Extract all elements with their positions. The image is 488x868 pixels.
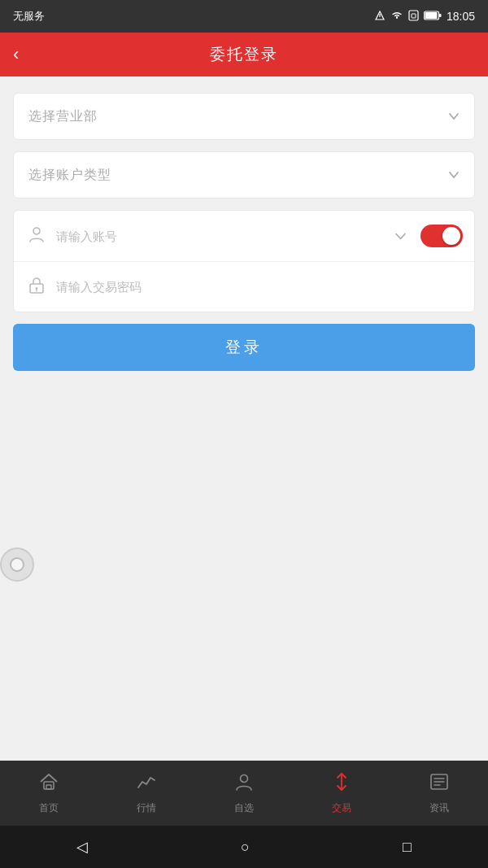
home-icon (38, 771, 59, 797)
sim-icon (408, 10, 419, 24)
wifi-icon (390, 10, 403, 24)
nav-back-button[interactable]: ◁ (60, 831, 104, 862)
page-title: 委托登录 (210, 44, 278, 65)
status-bar: 无服务 18: (0, 0, 488, 33)
trade-icon (331, 771, 352, 797)
toggle-switch[interactable] (420, 225, 463, 247)
login-button[interactable]: 登录 (13, 324, 475, 371)
news-icon (429, 771, 450, 797)
tab-watchlist[interactable]: 自选 (195, 761, 293, 826)
carrier-text: 无服务 (13, 9, 45, 24)
tab-trade[interactable]: 交易 (293, 761, 390, 826)
nav-home-button[interactable]: ○ (224, 832, 266, 862)
header: ‹ 委托登录 (0, 33, 488, 76)
system-nav-bar: ◁ ○ □ (0, 826, 488, 868)
person-icon (233, 771, 255, 797)
password-row (14, 261, 474, 312)
main-content: 选择营业部 选择账户类型 (0, 76, 488, 761)
tab-news[interactable]: 资讯 (390, 761, 488, 826)
svg-point-13 (241, 775, 248, 783)
lock-icon (25, 276, 48, 298)
svg-rect-2 (409, 11, 418, 20)
tab-market[interactable]: 行情 (98, 761, 195, 826)
tab-trade-label: 交易 (332, 801, 351, 815)
account-input[interactable] (56, 229, 384, 243)
select-account-placeholder: 选择账户类型 (28, 167, 111, 184)
svg-rect-6 (439, 14, 442, 17)
back-button[interactable]: ‹ (7, 37, 25, 72)
tab-news-label: 资讯 (429, 801, 449, 815)
chart-icon (136, 771, 157, 797)
chevron-down-icon-2 (448, 168, 460, 181)
content-wrapper: 选择营业部 选择账户类型 (0, 76, 488, 761)
time-text: 18:05 (447, 10, 475, 23)
nav-recent-button[interactable]: □ (386, 832, 428, 862)
account-dropdown-icon[interactable] (395, 229, 406, 242)
svg-rect-5 (425, 12, 437, 19)
select-account-type-dropdown[interactable]: 选择账户类型 (13, 151, 475, 198)
select-branch-placeholder: 选择营业部 (28, 108, 98, 125)
account-row (14, 211, 474, 261)
floating-button-inner (10, 557, 24, 572)
floating-button[interactable] (0, 547, 34, 582)
battery-icon (424, 11, 442, 23)
tab-bar: 首页 行情 自选 交易 (0, 761, 488, 826)
password-input[interactable] (56, 280, 463, 294)
chevron-down-icon (448, 110, 460, 123)
svg-point-7 (33, 228, 40, 234)
svg-rect-3 (412, 14, 416, 18)
tab-market-label: 行情 (137, 801, 156, 815)
signal-icon (374, 10, 386, 24)
tab-watchlist-label: 自选 (234, 801, 254, 815)
user-icon (25, 225, 48, 247)
select-branch-dropdown[interactable]: 选择营业部 (13, 93, 475, 140)
credentials-card (13, 210, 475, 312)
status-icons: 18:05 (374, 10, 475, 24)
tab-home[interactable]: 首页 (0, 761, 98, 826)
tab-home-label: 首页 (39, 801, 59, 815)
